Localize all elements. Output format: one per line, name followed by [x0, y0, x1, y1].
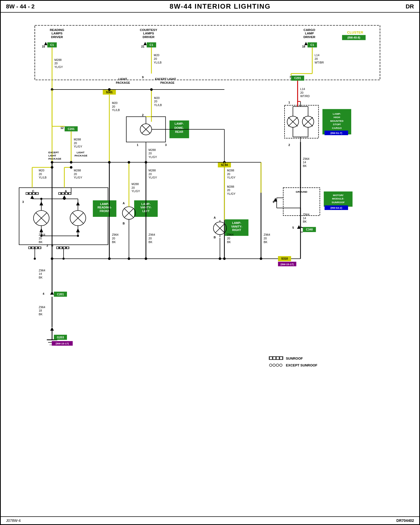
svg-marker-288 — [50, 327, 54, 331]
svg-marker-14 — [44, 42, 47, 45]
svg-text:L14: L14 — [315, 54, 319, 57]
svg-rect-332 — [269, 356, 283, 360]
svg-rect-51 — [103, 90, 116, 94]
svg-text:20: 20 — [132, 186, 135, 189]
svg-text:READING-: READING- — [97, 206, 112, 209]
svg-text:YL/LB: YL/LB — [112, 108, 120, 112]
svg-line-201 — [288, 117, 298, 126]
svg-marker-18 — [144, 42, 147, 45]
svg-rect-227 — [283, 188, 320, 216]
svg-text:S310: S310 — [281, 257, 288, 260]
svg-text:20: 20 — [54, 62, 57, 65]
svg-line-205 — [303, 117, 313, 126]
svg-marker-22 — [304, 42, 308, 45]
svg-text:21: 21 — [141, 45, 144, 48]
svg-point-58 — [51, 88, 53, 91]
svg-text:LAMP-: LAMP- — [333, 112, 341, 115]
svg-rect-336 — [280, 357, 282, 359]
svg-rect-188 — [225, 219, 249, 236]
svg-point-139 — [34, 211, 49, 226]
svg-rect-11 — [342, 35, 366, 40]
svg-text:LAMP-: LAMP- — [141, 202, 151, 206]
svg-point-319 — [70, 166, 72, 169]
svg-text:3: 3 — [22, 200, 24, 203]
svg-rect-199 — [285, 105, 319, 138]
svg-text:LIGHT: LIGHT — [48, 154, 56, 157]
svg-text:Z964: Z964 — [39, 306, 45, 309]
svg-rect-335 — [276, 357, 279, 359]
svg-text:DRIVER: DRIVER — [303, 35, 316, 39]
svg-text:(8W-51-7): (8W-51-7) — [330, 132, 342, 134]
svg-point-129 — [33, 192, 35, 195]
wiring-diagram: READING LAMPS DRIVER COURTESY LAMPS DRIV… — [1, 15, 419, 508]
svg-point-166 — [39, 247, 41, 249]
svg-point-164 — [32, 247, 34, 249]
svg-text:BK: BK — [303, 220, 307, 223]
svg-text:M288: M288 — [149, 148, 156, 151]
svg-text:5: 5 — [292, 226, 294, 229]
svg-rect-19 — [147, 42, 156, 47]
svg-text:COURTESY: COURTESY — [140, 28, 158, 32]
svg-text:B: B — [51, 244, 53, 247]
svg-marker-145 — [39, 202, 43, 205]
svg-text:Z964: Z964 — [303, 157, 309, 160]
svg-text:M288: M288 — [227, 185, 234, 188]
svg-line-141 — [36, 213, 47, 224]
svg-text:C340: C340 — [306, 228, 313, 231]
svg-text:Z964: Z964 — [39, 233, 45, 237]
svg-text:EXCEPT LIGHT: EXCEPT LIGHT — [155, 77, 176, 81]
svg-text:MOUNTED: MOUNTED — [330, 119, 343, 122]
svg-point-322 — [34, 258, 36, 260]
svg-rect-295 — [52, 341, 73, 345]
svg-text:7: 7 — [290, 76, 291, 79]
svg-text:EXCEPT: EXCEPT — [48, 151, 59, 154]
svg-rect-0 — [35, 25, 380, 80]
svg-rect-43 — [291, 76, 304, 81]
svg-text:BK: BK — [227, 240, 231, 244]
svg-text:20: 20 — [149, 237, 152, 240]
svg-rect-162 — [28, 246, 41, 249]
svg-text:LAMPS: LAMPS — [51, 32, 62, 35]
svg-rect-177 — [134, 200, 158, 217]
svg-point-340 — [276, 364, 279, 366]
svg-point-169 — [56, 247, 59, 249]
svg-text:Z964: Z964 — [39, 269, 45, 272]
svg-text:1: 1 — [288, 101, 290, 104]
svg-text:(8W-15-17): (8W-15-17) — [56, 342, 69, 345]
svg-text:20: 20 — [154, 100, 157, 103]
svg-text:FRONT: FRONT — [100, 209, 110, 213]
svg-point-142 — [70, 211, 86, 226]
svg-point-270 — [223, 258, 226, 260]
svg-text:YL/LB: YL/LB — [39, 176, 46, 179]
svg-text:20: 20 — [227, 237, 230, 240]
svg-text:2: 2 — [142, 114, 144, 117]
svg-text:PACKAGE: PACKAGE — [48, 157, 61, 160]
svg-text:20: 20 — [264, 237, 267, 240]
svg-text:DOME-: DOME- — [174, 126, 184, 129]
svg-text:WT/RD: WT/RD — [300, 94, 310, 98]
footer: J078W-4 DR704402 — [1, 516, 419, 524]
svg-rect-293 — [54, 335, 67, 340]
svg-line-194 — [215, 224, 225, 233]
svg-text:A: A — [65, 190, 67, 193]
svg-text:BK: BK — [264, 240, 267, 244]
svg-point-128 — [29, 192, 32, 195]
svg-line-182 — [124, 208, 134, 218]
svg-point-316 — [51, 166, 53, 169]
svg-text:S344: S344 — [221, 163, 228, 166]
svg-text:G203: G203 — [57, 336, 64, 339]
svg-rect-126 — [58, 192, 71, 195]
svg-point-300 — [219, 258, 221, 260]
svg-marker-136 — [62, 195, 66, 199]
svg-text:20: 20 — [112, 105, 115, 108]
svg-text:M288: M288 — [227, 169, 234, 172]
svg-text:YL/GY: YL/GY — [132, 190, 140, 193]
svg-text:YL/GY: YL/GY — [149, 176, 157, 179]
svg-text:A: A — [214, 216, 216, 219]
svg-rect-272 — [278, 256, 291, 261]
svg-text:1: 1 — [104, 200, 106, 203]
svg-text:M288: M288 — [74, 169, 81, 172]
svg-text:15: 15 — [42, 45, 45, 48]
svg-text:20: 20 — [149, 152, 152, 155]
svg-text:WT/BR: WT/BR — [315, 61, 324, 64]
